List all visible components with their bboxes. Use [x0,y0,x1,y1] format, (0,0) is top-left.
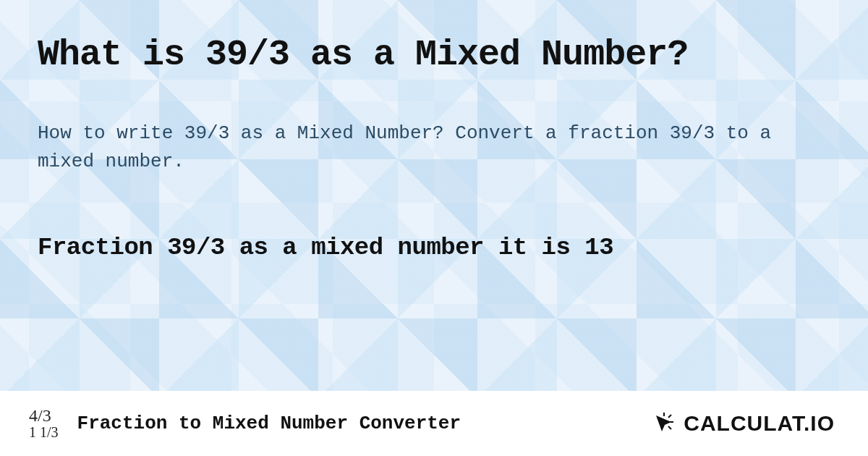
lead-text: How to write 39/3 as a Mixed Number? Con… [38,119,819,176]
main-content: What is 39/3 as a Mixed Number? How to w… [0,0,868,391]
svg-line-3 [668,426,671,429]
footer-left: 4/3 1 1/3 Fraction to Mixed Number Conve… [29,407,461,440]
page-title: What is 39/3 as a Mixed Number? [38,35,830,75]
brand: CALCULAT.IO [652,411,835,436]
fraction-icon-bottom: 1 1/3 [29,425,59,440]
brand-name: CALCULAT.IO [684,411,835,436]
fraction-icon-top: 4/3 [29,407,51,425]
fraction-icon: 4/3 1 1/3 [29,407,59,440]
svg-line-1 [668,415,671,418]
footer-bar: 4/3 1 1/3 Fraction to Mixed Number Conve… [0,391,868,456]
answer-heading: Fraction 39/3 as a mixed number it is 13 [38,234,830,261]
converter-title: Fraction to Mixed Number Converter [77,413,461,434]
cursor-click-icon [652,411,676,436]
